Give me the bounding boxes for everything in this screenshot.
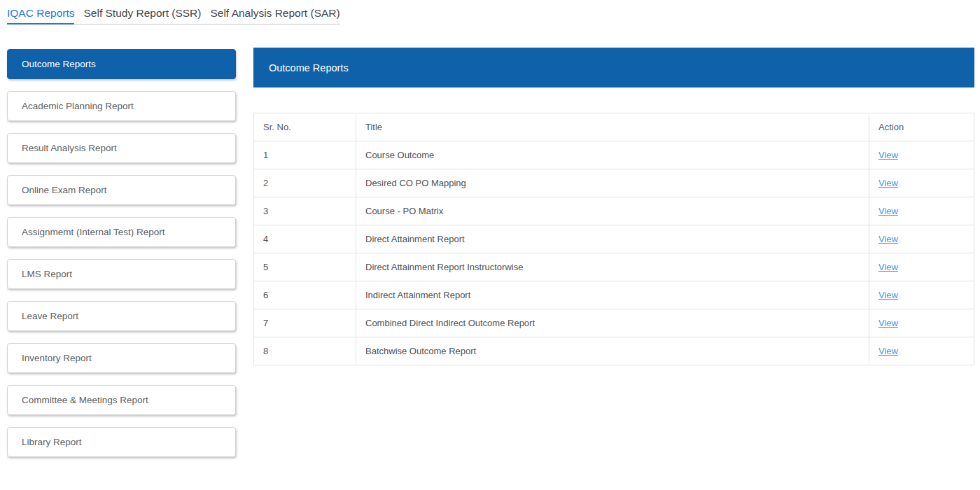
- col-header-sr-no: Sr. No.: [254, 113, 356, 141]
- cell-sr-no: 2: [254, 169, 356, 197]
- sidebar-item-outcome-reports[interactable]: Outcome Reports: [7, 49, 236, 79]
- sidebar-item-lms-report[interactable]: LMS Report: [7, 259, 236, 289]
- cell-sr-no: 5: [254, 253, 356, 281]
- sidebar-item-label: Library Report: [22, 437, 82, 447]
- sidebar-item-label: Outcome Reports: [22, 59, 96, 69]
- reports-table: Sr. No. Title Action 1 Course Outcome Vi…: [253, 113, 974, 365]
- cell-action: View: [869, 253, 974, 281]
- col-header-title: Title: [356, 113, 869, 141]
- view-link[interactable]: View: [878, 318, 898, 328]
- view-link[interactable]: View: [878, 346, 898, 356]
- sidebar-item-committee-meetings-report[interactable]: Committee & Meetings Report: [7, 385, 236, 415]
- cell-sr-no: 7: [254, 309, 356, 337]
- cell-title: Course - PO Matrix: [356, 197, 869, 225]
- tab-self-analysis-report[interactable]: Self Analysis Report (SAR): [210, 7, 340, 24]
- table-row: 8 Batchwise Outcome Report View: [254, 337, 974, 365]
- tab-iqac-reports[interactable]: IQAC Reports: [7, 7, 74, 24]
- cell-action: View: [869, 337, 974, 365]
- sidebar-item-label: LMS Report: [22, 269, 72, 279]
- report-category-sidebar: Outcome Reports Academic Planning Report…: [7, 49, 236, 469]
- tab-self-study-report[interactable]: Self Study Report (SSR): [83, 7, 201, 24]
- cell-action: View: [869, 197, 974, 225]
- sidebar-item-label: Assignmemt (Internal Test) Report: [22, 227, 165, 237]
- cell-action: View: [869, 169, 974, 197]
- panel-header: Outcome Reports: [253, 48, 974, 88]
- cell-action: View: [869, 309, 974, 337]
- cell-action: View: [869, 225, 974, 253]
- table-header-row: Sr. No. Title Action: [254, 113, 974, 141]
- cell-action: View: [869, 281, 974, 309]
- sidebar-item-library-report[interactable]: Library Report: [7, 427, 236, 457]
- cell-sr-no: 8: [254, 337, 356, 365]
- view-link[interactable]: View: [878, 262, 898, 272]
- sidebar-item-online-exam-report[interactable]: Online Exam Report: [7, 175, 236, 205]
- sidebar-item-label: Result Analysis Report: [22, 143, 117, 153]
- cell-sr-no: 6: [254, 281, 356, 309]
- view-link[interactable]: View: [878, 178, 898, 188]
- table-row: 6 Indirect Attainment Report View: [254, 281, 974, 309]
- cell-sr-no: 3: [254, 197, 356, 225]
- top-tab-bar: IQAC Reports Self Study Report (SSR) Sel…: [7, 7, 340, 24]
- sidebar-item-label: Inventory Report: [22, 353, 92, 363]
- panel-title: Outcome Reports: [269, 62, 349, 74]
- sidebar-item-inventory-report[interactable]: Inventory Report: [7, 343, 236, 373]
- table-row: 4 Direct Attainment Report View: [254, 225, 974, 253]
- sidebar-item-label: Leave Report: [22, 311, 78, 321]
- view-link[interactable]: View: [878, 150, 898, 160]
- sidebar-item-assignment-report[interactable]: Assignmemt (Internal Test) Report: [7, 217, 236, 247]
- view-link[interactable]: View: [878, 234, 898, 244]
- table-row: 7 Combined Direct Indirect Outcome Repor…: [254, 309, 974, 337]
- cell-title: Desired CO PO Mapping: [356, 169, 869, 197]
- cell-sr-no: 4: [254, 225, 356, 253]
- table-row: 2 Desired CO PO Mapping View: [254, 169, 974, 197]
- cell-title: Combined Direct Indirect Outcome Report: [356, 309, 869, 337]
- sidebar-item-label: Online Exam Report: [22, 185, 107, 195]
- view-link[interactable]: View: [878, 206, 898, 216]
- col-header-action: Action: [869, 113, 974, 141]
- cell-sr-no: 1: [254, 141, 356, 169]
- sidebar-item-label: Academic Planning Report: [22, 101, 134, 111]
- table-row: 1 Course Outcome View: [254, 141, 974, 169]
- cell-title: Course Outcome: [356, 141, 869, 169]
- report-panel: Outcome Reports Sr. No. Title Action 1 C…: [253, 48, 974, 365]
- table-row: 3 Course - PO Matrix View: [254, 197, 974, 225]
- sidebar-item-academic-planning-report[interactable]: Academic Planning Report: [7, 91, 236, 121]
- sidebar-item-leave-report[interactable]: Leave Report: [7, 301, 236, 331]
- sidebar-item-label: Committee & Meetings Report: [22, 395, 148, 405]
- cell-title: Batchwise Outcome Report: [356, 337, 869, 365]
- cell-title: Direct Attainment Report Instructorwise: [356, 253, 869, 281]
- cell-title: Direct Attainment Report: [356, 225, 869, 253]
- sidebar-item-result-analysis-report[interactable]: Result Analysis Report: [7, 133, 236, 163]
- view-link[interactable]: View: [878, 290, 898, 300]
- cell-title: Indirect Attainment Report: [356, 281, 869, 309]
- cell-action: View: [869, 141, 974, 169]
- table-row: 5 Direct Attainment Report Instructorwis…: [254, 253, 974, 281]
